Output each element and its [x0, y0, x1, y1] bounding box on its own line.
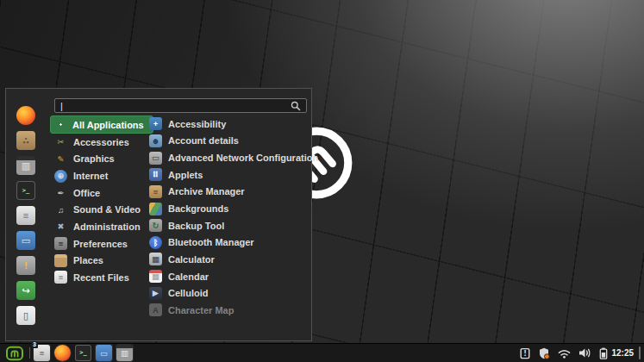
- character-map-icon: A: [149, 303, 162, 316]
- display-window-button[interactable]: ▭: [96, 345, 112, 361]
- graphics-icon: ✎: [54, 153, 67, 165]
- files-window-button[interactable]: 3 ≡: [34, 345, 50, 361]
- battery-icon[interactable]: [599, 347, 608, 359]
- volume-icon[interactable]: [578, 347, 591, 359]
- svg-text:!: !: [524, 350, 528, 358]
- window-list: 3 ≡ >_ ▭ ▥: [34, 345, 133, 361]
- log-out-icon[interactable]: ↪: [16, 281, 35, 300]
- category-sound-video[interactable]: ♫ Sound & Video: [54, 202, 153, 219]
- lock-screen-icon[interactable]: ▭: [16, 231, 35, 250]
- quit-icon[interactable]: ▯: [16, 306, 35, 325]
- app-account-details[interactable]: ☻ Account details: [149, 133, 318, 150]
- network-configuration-icon: ▭: [149, 152, 162, 165]
- favorites-sidebar: ∴ ▥ >_ ≡ ▭ ! ↪ ▯: [16, 106, 35, 325]
- app-advanced-network-configuration[interactable]: ▭ Advanced Network Configuration: [149, 149, 318, 166]
- backgrounds-icon: [149, 203, 162, 215]
- archive-manager-icon: ≡: [149, 185, 162, 198]
- backup-tool-icon: ↻: [149, 219, 162, 232]
- search-icon: [291, 101, 301, 111]
- calculator-icon: ▦: [149, 253, 162, 265]
- taskbar: 3 ≡ >_ ▭ ▥ !: [0, 343, 644, 362]
- application-list: + Accessibility ☻ Account details ▭ Adva…: [149, 115, 318, 319]
- category-office[interactable]: ✒ Office: [54, 184, 153, 202]
- category-places[interactable]: Places: [54, 252, 153, 269]
- calendar-icon: ▦: [149, 270, 162, 283]
- bluetooth-icon: ᛒ: [149, 236, 162, 249]
- app-applets[interactable]: ⠿ Applets: [149, 166, 318, 184]
- app-calculator[interactable]: ▦ Calculator: [149, 251, 318, 268]
- notification-alert-icon[interactable]: !: [520, 347, 530, 359]
- recent-files-icon: ≡: [54, 271, 67, 284]
- app-accessibility[interactable]: + Accessibility: [149, 115, 318, 133]
- clock[interactable]: 12:25: [611, 348, 634, 358]
- firefox-icon[interactable]: [16, 106, 35, 125]
- terminal-icon[interactable]: >_: [16, 181, 35, 200]
- firefox-window-button[interactable]: [54, 345, 71, 361]
- sound-video-note-icon: ♫: [54, 203, 67, 216]
- category-preferences[interactable]: ≡ Preferences: [54, 235, 153, 253]
- wifi-icon[interactable]: [558, 348, 571, 359]
- taskbar-separator: [29, 347, 30, 359]
- search-field[interactable]: [63, 101, 291, 111]
- accessibility-icon: +: [149, 117, 162, 130]
- system-tray: !: [520, 347, 608, 359]
- category-internet[interactable]: ⊕ Internet: [54, 167, 153, 184]
- show-desktop-edge[interactable]: [639, 346, 641, 359]
- app-backup-tool[interactable]: ↻ Backup Tool: [149, 217, 318, 234]
- applets-icon: ⠿: [149, 168, 162, 181]
- app-character-map[interactable]: A Character Map: [149, 302, 318, 319]
- account-details-icon: ☻: [149, 134, 162, 147]
- system-reports-icon[interactable]: !: [16, 256, 35, 275]
- software-manager-icon[interactable]: ∴: [16, 131, 35, 150]
- category-list: All Applications ✂ Accessories ✎ Graphic…: [54, 115, 153, 286]
- app-archive-manager[interactable]: ≡ Archive Manager: [149, 184, 318, 201]
- preferences-icon: ≡: [54, 237, 67, 250]
- mint-logo-icon: [5, 346, 24, 361]
- app-bluetooth-manager[interactable]: ᛒ Bluetooth Manager: [149, 234, 318, 251]
- devices-window-button[interactable]: ▥: [116, 345, 133, 361]
- window-count-badge: 3: [31, 341, 38, 348]
- celluloid-icon: ▶: [149, 287, 162, 300]
- app-calendar[interactable]: ▦ Calendar: [149, 268, 318, 285]
- category-recent-files[interactable]: ≡ Recent Files: [54, 269, 153, 286]
- app-backgrounds[interactable]: Backgrounds: [149, 200, 318, 217]
- main-menu-panel: | ∴ ▥ >_ ≡ ▭ ! ↪ ▯ All Applications ✂ Ac…: [5, 88, 312, 341]
- update-manager-icon[interactable]: [538, 347, 550, 359]
- files-icon[interactable]: ≡: [16, 206, 35, 225]
- office-icon: ✒: [54, 186, 67, 199]
- administration-tools-icon: ✖: [54, 221, 67, 234]
- desktop: { "desktop": { "wallpaper_base": "#24242…: [0, 0, 644, 362]
- terminal-window-button[interactable]: >_: [75, 345, 91, 361]
- internet-globe-icon: ⊕: [54, 170, 67, 183]
- places-folder-icon: [54, 254, 67, 267]
- category-administration[interactable]: ✖ Administration: [54, 218, 153, 235]
- category-graphics[interactable]: ✎ Graphics: [54, 151, 153, 168]
- search-input[interactable]: |: [54, 98, 307, 113]
- app-celluloid[interactable]: ▶ Celluloid: [149, 284, 318, 302]
- mint-menu-button[interactable]: [3, 345, 26, 362]
- all-applications-grid-icon: [55, 119, 66, 130]
- accessories-icon: ✂: [54, 135, 67, 148]
- system-settings-icon[interactable]: ▥: [16, 156, 35, 175]
- category-accessories[interactable]: ✂ Accessories: [54, 134, 153, 151]
- category-all-applications[interactable]: All Applications: [50, 115, 153, 134]
